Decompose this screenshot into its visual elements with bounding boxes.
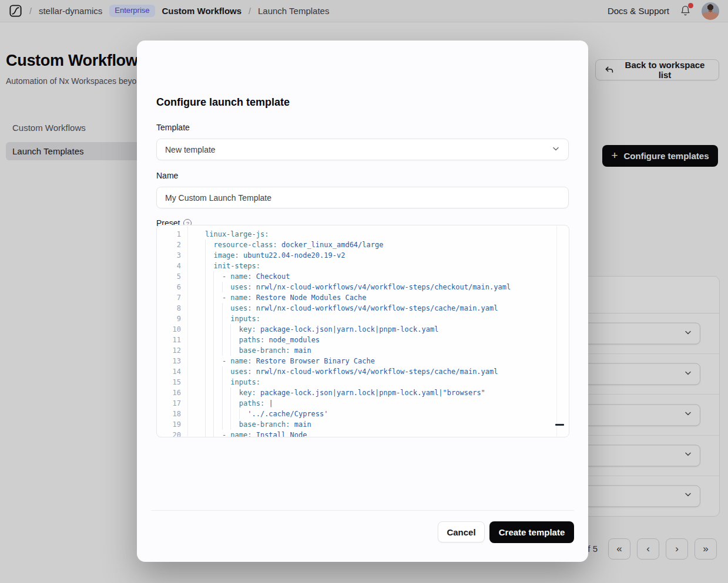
code-line: 5- name: Checkout bbox=[157, 271, 569, 282]
cancel-button[interactable]: Cancel bbox=[438, 521, 485, 542]
code-line: 11paths: node_modules bbox=[157, 335, 569, 345]
code-line: 16key: package-lock.json|yarn.lock|pnpm-… bbox=[157, 387, 569, 398]
code-line: 3image: ubuntu22.04-node20.19-v2 bbox=[157, 250, 569, 261]
code-line: 9inputs: bbox=[157, 314, 569, 324]
configure-launch-template-modal: Configure launch template Template New t… bbox=[137, 41, 588, 562]
code-editor[interactable]: 1linux-large-js:2resource-class: docker_… bbox=[156, 225, 569, 437]
template-label: Template bbox=[156, 123, 190, 132]
code-line: 7- name: Restore Node Modules Cache bbox=[157, 292, 569, 303]
code-line: 2resource-class: docker_linux_amd64/larg… bbox=[157, 240, 569, 250]
code-line: 13- name: Restore Browser Binary Cache bbox=[157, 356, 569, 366]
gutter-divider bbox=[187, 226, 188, 436]
template-select-value: New template bbox=[165, 145, 216, 154]
app-root: / stellar-dynamics Enterprise Custom Wor… bbox=[0, 0, 728, 583]
code-line: 6uses: nrwl/nx-cloud-workflows/v4/workfl… bbox=[157, 282, 569, 292]
code-line: 10key: package-lock.json|yarn.lock|pnpm-… bbox=[157, 324, 569, 335]
code-line: 19base-branch: main bbox=[157, 419, 569, 430]
code-line: 12base-branch: main bbox=[157, 345, 569, 356]
chevron-down-icon bbox=[551, 144, 561, 155]
code-line: 20- name: Install Node bbox=[157, 430, 569, 437]
footer-divider bbox=[151, 510, 574, 511]
code-lines: 1linux-large-js:2resource-class: docker_… bbox=[157, 225, 569, 437]
code-line: 15inputs: bbox=[157, 377, 569, 387]
template-select[interactable]: New template bbox=[156, 139, 569, 160]
code-line: 4init-steps: bbox=[157, 261, 569, 271]
create-template-button[interactable]: Create template bbox=[489, 521, 574, 543]
code-line: 14uses: nrwl/nx-cloud-workflows/v4/workf… bbox=[157, 366, 569, 377]
name-label: Name bbox=[156, 171, 178, 180]
scrollbar-track bbox=[556, 226, 557, 436]
editor-scrollbar-thumb[interactable] bbox=[555, 424, 564, 426]
code-line: 1linux-large-js: bbox=[157, 229, 569, 240]
code-line: 18'../.cache/Cypress' bbox=[157, 409, 569, 419]
name-input[interactable] bbox=[156, 187, 569, 208]
code-line: 8uses: nrwl/nx-cloud-workflows/v4/workfl… bbox=[157, 303, 569, 314]
code-line: 17paths: | bbox=[157, 398, 569, 409]
modal-title: Configure launch template bbox=[156, 96, 290, 109]
